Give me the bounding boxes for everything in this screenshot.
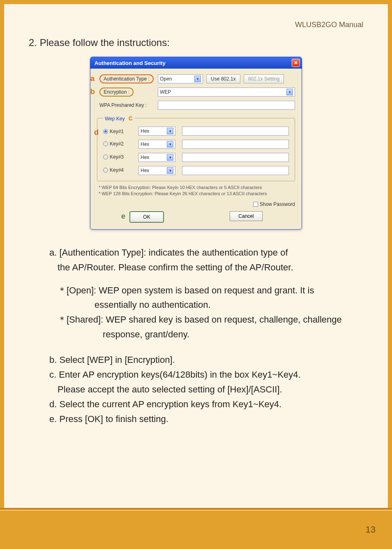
- chevron-down-icon: ▾: [194, 76, 201, 82]
- item-a: a. [Authentication Type]: indicates the …: [29, 246, 363, 259]
- item-b: b. Select [WEP] in [Encryption].: [29, 353, 363, 367]
- key3-format-combo[interactable]: Hex▾: [138, 153, 175, 162]
- footer-bar: 13: [0, 508, 392, 549]
- show-password-label: Show Password: [260, 201, 295, 207]
- key3-input[interactable]: [182, 153, 289, 162]
- key3-label: Key#3: [110, 154, 124, 160]
- manual-page: WLUSB2GO Manual 2. Please follow the ins…: [4, 4, 388, 508]
- key1-radio[interactable]: Key#1: [103, 129, 124, 134]
- key2-label: Key#2: [110, 141, 124, 147]
- key1-label: Key#1: [110, 129, 124, 134]
- chevron-down-icon: ▾: [167, 154, 173, 161]
- callout-e: e: [121, 212, 125, 221]
- auth-type-value: Open: [160, 76, 172, 82]
- key4-label: Key#4: [110, 167, 124, 173]
- encryption-label: Encryption :: [99, 88, 134, 97]
- item-e: e. Press [OK] to finish setting.: [29, 413, 363, 426]
- item-open: ＊[Open]: WEP open system is based on req…: [29, 284, 363, 297]
- wpa-key-label: WPA Preshared Key :: [97, 102, 154, 108]
- item-c: c. Enter AP encryption keys(64/128bits) …: [29, 368, 363, 381]
- wep-hint: * WEP 64 Bits Encryption: Please Keyin 1…: [99, 185, 293, 197]
- key1-input[interactable]: [182, 127, 289, 136]
- auth-security-dialog: Authentication and Security ✕ a Authenti…: [90, 57, 302, 230]
- cancel-button[interactable]: Cancel: [230, 211, 263, 221]
- show-password-checkbox[interactable]: [253, 202, 258, 207]
- callout-c: c: [129, 114, 133, 122]
- 8021x-setting-button: 802.1x Setting: [244, 74, 284, 83]
- key2-radio[interactable]: Key#2: [103, 141, 124, 147]
- key4-input[interactable]: [182, 166, 289, 175]
- ok-button[interactable]: OK: [130, 212, 163, 222]
- header-manual-name: WLUSB2GO Manual: [295, 21, 363, 29]
- auth-type-label: Authentication Type :: [99, 74, 154, 83]
- item-shared: ＊[Shared]: WEP shared key is based on re…: [29, 313, 363, 326]
- key2-input[interactable]: [182, 140, 289, 149]
- callout-b: b: [90, 88, 95, 96]
- page-number: 13: [366, 524, 376, 535]
- wep-key-group: Wep Key c d Key#1 Hex▾ Key#2: [97, 114, 295, 181]
- show-password-row: Show Password: [97, 201, 295, 207]
- key4-format-combo[interactable]: Hex▾: [138, 166, 175, 175]
- dialog-titlebar: Authentication and Security ✕: [90, 57, 302, 69]
- wpa-key-input[interactable]: [158, 101, 295, 110]
- use-8021x-button[interactable]: Use 802.1x: [206, 74, 240, 83]
- callout-a: a: [90, 74, 95, 83]
- key3-radio[interactable]: Key#3: [103, 154, 124, 160]
- callout-d: d: [94, 128, 99, 137]
- section-title: 2. Please follow the instructions:: [29, 37, 363, 48]
- close-icon[interactable]: ✕: [292, 59, 300, 67]
- chevron-down-icon: ▾: [286, 89, 293, 95]
- item-d: d. Select the current AP encryption keys…: [29, 398, 363, 411]
- key4-radio[interactable]: Key#4: [103, 167, 124, 173]
- key1-format-combo[interactable]: Hex▾: [138, 127, 175, 136]
- explanation-text: a. [Authentication Type]: indicates the …: [29, 246, 363, 426]
- dialog-title: Authentication and Security: [95, 60, 166, 66]
- key2-format-combo[interactable]: Hex▾: [138, 140, 175, 149]
- wep-legend: Wep Key c: [103, 114, 134, 122]
- chevron-down-icon: ▾: [167, 141, 173, 148]
- encryption-combo[interactable]: WEP ▾: [158, 88, 295, 97]
- chevron-down-icon: ▾: [167, 128, 173, 134]
- auth-type-combo[interactable]: Open ▾: [158, 74, 203, 83]
- encryption-value: WEP: [160, 89, 171, 95]
- chevron-down-icon: ▾: [167, 167, 173, 174]
